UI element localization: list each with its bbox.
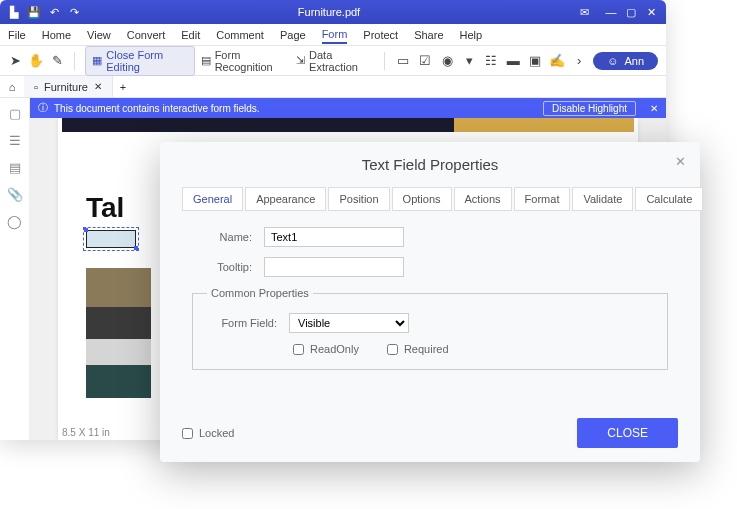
edit-tool-icon[interactable]: ✎	[50, 53, 64, 69]
more-icon[interactable]: ›	[571, 53, 587, 69]
side-panel: ▢ ☰ ▤ 📎 ◯	[0, 98, 30, 440]
name-input[interactable]	[264, 227, 404, 247]
page-image	[86, 268, 151, 398]
menu-comment[interactable]: Comment	[216, 27, 264, 43]
text-field-properties-dialog: Text Field Properties ✕ General Appearan…	[160, 142, 700, 462]
minimize-button[interactable]: —	[604, 6, 618, 19]
menu-page[interactable]: Page	[280, 27, 306, 43]
select-tool-icon[interactable]: ➤	[8, 53, 22, 69]
menu-home[interactable]: Home	[42, 27, 71, 43]
banner-close-icon[interactable]: ✕	[650, 103, 658, 114]
form-recognition-button[interactable]: ▤ Form Recognition	[201, 49, 290, 73]
main-menu: File Home View Convert Edit Comment Page…	[0, 24, 666, 46]
page-heading: Tal	[86, 192, 124, 224]
comments-icon[interactable]: ◯	[7, 214, 22, 229]
readonly-checkbox[interactable]	[293, 344, 304, 355]
tooltip-label: Tooltip:	[192, 261, 252, 273]
attachments-icon[interactable]: 📎	[7, 187, 23, 202]
tab-options[interactable]: Options	[392, 187, 452, 211]
file-doc-icon: ▫	[34, 81, 38, 93]
thumbnails-icon[interactable]: ▢	[9, 106, 21, 121]
formfield-label: Form Field:	[207, 317, 277, 329]
banner-text: This document contains interactive form …	[54, 103, 260, 114]
user-account-button[interactable]: ☺ Ann	[593, 52, 658, 70]
layers-icon[interactable]: ▤	[9, 160, 21, 175]
menu-view[interactable]: View	[87, 27, 111, 43]
maximize-button[interactable]: ▢	[624, 6, 638, 19]
menu-convert[interactable]: Convert	[127, 27, 166, 43]
field-signature-icon[interactable]: ✍	[549, 53, 565, 69]
locked-checkbox[interactable]	[182, 428, 193, 439]
common-properties-legend: Common Properties	[207, 287, 313, 299]
tooltip-input[interactable]	[264, 257, 404, 277]
dialog-title: Text Field Properties	[182, 156, 678, 173]
mail-icon[interactable]: ✉	[578, 6, 590, 18]
save-icon[interactable]: 💾	[28, 6, 40, 18]
close-form-icon: ▦	[92, 54, 102, 67]
user-icon: ☺	[607, 55, 618, 67]
file-tab-strip: ⌂ ▫ Furniture ✕ +	[0, 76, 666, 98]
tab-format[interactable]: Format	[514, 187, 571, 211]
file-tab-furniture[interactable]: ▫ Furniture ✕	[24, 76, 113, 97]
data-extraction-button[interactable]: ⇲ Data Extraction	[296, 49, 374, 73]
field-textfield-icon[interactable]: ▭	[395, 53, 411, 69]
common-properties-group: Common Properties Form Field: Visible Re…	[192, 287, 668, 370]
menu-help[interactable]: Help	[460, 27, 483, 43]
add-tab-button[interactable]: +	[113, 81, 133, 93]
app-logo-icon: ▙	[8, 6, 20, 18]
formfield-select[interactable]: Visible	[289, 313, 409, 333]
undo-icon[interactable]: ↶	[48, 6, 60, 18]
redo-icon[interactable]: ↷	[68, 6, 80, 18]
close-window-button[interactable]: ✕	[644, 6, 658, 19]
field-listbox-icon[interactable]: ☷	[483, 53, 499, 69]
menu-form[interactable]: Form	[322, 26, 348, 44]
form-banner: ⓘ This document contains interactive for…	[30, 98, 666, 118]
field-button-icon[interactable]: ▬	[505, 53, 521, 69]
field-radio-icon[interactable]: ◉	[439, 53, 455, 69]
locked-checkbox-label[interactable]: Locked	[182, 427, 234, 439]
tab-actions[interactable]: Actions	[454, 187, 512, 211]
tab-appearance[interactable]: Appearance	[245, 187, 326, 211]
tab-validate[interactable]: Validate	[572, 187, 633, 211]
dialog-body: Name: Tooltip: Common Properties Form Fi…	[182, 211, 678, 378]
field-dropdown-icon[interactable]: ▾	[461, 53, 477, 69]
tab-calculate[interactable]: Calculate	[635, 187, 703, 211]
dialog-close-button[interactable]: CLOSE	[577, 418, 678, 448]
page-size-status: 8.5 X 11 in	[62, 427, 110, 438]
required-checkbox-label[interactable]: Required	[387, 343, 449, 355]
titlebar: ▙ 💾 ↶ ↷ Furniture.pdf ✉ — ▢ ✕	[0, 0, 666, 24]
required-checkbox[interactable]	[387, 344, 398, 355]
tab-general[interactable]: General	[182, 187, 243, 211]
dialog-footer: Locked CLOSE	[182, 418, 678, 448]
menu-protect[interactable]: Protect	[363, 27, 398, 43]
close-form-editing-button[interactable]: ▦ Close Form Editing	[85, 46, 194, 76]
name-label: Name:	[192, 231, 252, 243]
dialog-close-icon[interactable]: ✕	[675, 154, 686, 169]
selected-text-field[interactable]	[86, 230, 136, 248]
form-toolbar: ➤ ✋ ✎ ▦ Close Form Editing ▤ Form Recogn…	[0, 46, 666, 76]
recognition-icon: ▤	[201, 54, 211, 67]
field-checkbox-icon[interactable]: ☑	[417, 53, 433, 69]
menu-edit[interactable]: Edit	[181, 27, 200, 43]
field-image-icon[interactable]: ▣	[527, 53, 543, 69]
menu-file[interactable]: File	[8, 27, 26, 43]
tab-position[interactable]: Position	[328, 187, 389, 211]
window-title: Furniture.pdf	[80, 6, 578, 18]
disable-highlight-button[interactable]: Disable Highlight	[543, 101, 636, 116]
info-icon: ⓘ	[38, 101, 48, 115]
dialog-tabs: General Appearance Position Options Acti…	[182, 187, 678, 211]
close-tab-icon[interactable]: ✕	[94, 81, 102, 92]
page-gold-band	[454, 118, 634, 132]
hand-tool-icon[interactable]: ✋	[28, 53, 44, 69]
extraction-icon: ⇲	[296, 54, 305, 67]
readonly-checkbox-label[interactable]: ReadOnly	[293, 343, 359, 355]
bookmarks-icon[interactable]: ☰	[9, 133, 21, 148]
menu-share[interactable]: Share	[414, 27, 443, 43]
home-icon[interactable]: ⌂	[0, 81, 24, 93]
